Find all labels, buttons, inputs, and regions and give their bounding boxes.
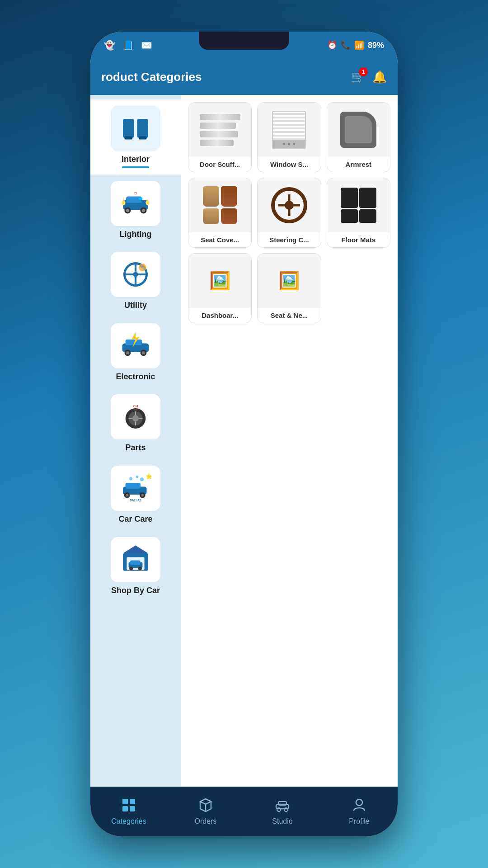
- parts-icon: CH ive: [120, 401, 151, 433]
- nav-orders-label: Orders: [195, 817, 217, 826]
- image-placeholder-icon-2: 🖼️: [278, 271, 300, 291]
- facebook-icon: 📘: [122, 40, 134, 51]
- svg-point-48: [140, 477, 144, 481]
- cart-button[interactable]: 🛒 1: [351, 70, 365, 84]
- sidebar-label-shopbycar: Shop By Car: [111, 586, 160, 596]
- svg-marker-52: [123, 545, 148, 553]
- interior-icon: [120, 113, 151, 144]
- svg-text:🔧: 🔧: [140, 264, 145, 270]
- svg-point-44: [126, 494, 128, 497]
- bottom-nav: Categories Orders: [90, 787, 398, 836]
- svg-rect-5: [139, 137, 147, 140]
- svg-line-65: [200, 802, 206, 804]
- svg-rect-4: [125, 137, 133, 140]
- svg-marker-63: [200, 799, 211, 804]
- category-floor-mats[interactable]: Floor Mats: [327, 178, 390, 248]
- category-steering[interactable]: Steering C...: [257, 178, 321, 248]
- door-scuff-label: Door Scuff...: [197, 157, 243, 172]
- lighting-icon: D: [120, 188, 151, 219]
- snapchat-icon: 👻: [104, 40, 115, 51]
- sidebar-item-interior[interactable]: Interior: [90, 99, 181, 175]
- sidebar-label-carcare: Car Care: [118, 514, 152, 524]
- svg-text:⭐: ⭐: [145, 473, 151, 480]
- svg-point-57: [138, 566, 142, 570]
- alarm-icon: ⏰: [327, 40, 337, 50]
- phone-icon: 📞: [341, 40, 351, 50]
- gmail-icon: ✉️: [141, 40, 152, 51]
- categories-nav-icon: [122, 798, 136, 816]
- steering-label: Steering C...: [267, 232, 312, 247]
- svg-point-28: [126, 351, 129, 354]
- sidebar-item-parts[interactable]: CH ive Parts: [90, 388, 181, 459]
- category-window-shade[interactable]: Window S...: [257, 102, 321, 172]
- svg-rect-60: [122, 806, 128, 811]
- nav-orders[interactable]: Orders: [167, 798, 244, 826]
- svg-rect-59: [130, 799, 135, 804]
- svg-rect-55: [130, 560, 140, 565]
- seat-neck-label: Seat & Ne...: [268, 308, 311, 323]
- orders-nav-icon: [198, 798, 213, 816]
- floor-mats-image: [327, 178, 390, 232]
- door-scuff-image: [188, 103, 251, 157]
- sidebar-label-parts: Parts: [125, 443, 145, 453]
- sidebar-item-carcare[interactable]: ⭐ DALLAS Car Care: [90, 459, 181, 531]
- main-content: Interior: [90, 95, 398, 787]
- page-title: roduct Categories: [101, 70, 202, 84]
- cart-badge: 1: [359, 67, 368, 76]
- svg-rect-14: [139, 198, 142, 199]
- category-armrest[interactable]: Armrest: [327, 102, 390, 172]
- svg-text:DALLAS: DALLAS: [130, 499, 141, 502]
- svg-point-71: [356, 799, 362, 806]
- category-seat-cover[interactable]: Seat Cove...: [188, 178, 252, 248]
- svg-point-11: [142, 208, 145, 212]
- svg-point-29: [142, 351, 145, 354]
- category-seat-neck[interactable]: 🖼️ Seat & Ne...: [257, 253, 321, 323]
- sidebar-label-electronic: Electronic: [116, 372, 155, 382]
- floor-mats-label: Floor Mats: [338, 232, 378, 247]
- window-shade-image: [258, 103, 320, 157]
- svg-point-13: [122, 200, 125, 205]
- phone-notch: [199, 32, 289, 50]
- sidebar-item-utility[interactable]: 🔧 Utility: [90, 245, 181, 317]
- svg-rect-3: [137, 119, 149, 126]
- dashboard-image: 🖼️: [188, 254, 251, 308]
- nav-profile-label: Profile: [349, 817, 369, 826]
- app-header: roduct Categories 🛒 1 🔔: [90, 59, 398, 95]
- active-indicator: [122, 166, 149, 168]
- category-door-scuff[interactable]: Door Scuff...: [188, 102, 252, 172]
- sidebar-item-electronic[interactable]: Electronic: [90, 317, 181, 388]
- dashboard-label: Dashboar...: [199, 308, 241, 323]
- sidebar-item-shopbycar[interactable]: Shop By Car: [90, 531, 181, 602]
- svg-point-56: [129, 566, 133, 570]
- seat-cover-label: Seat Cove...: [198, 232, 242, 247]
- utility-icon: 🔧: [120, 259, 151, 290]
- electronic-icon: [120, 330, 151, 362]
- svg-point-12: [145, 200, 149, 205]
- wifi-icon: 📶: [354, 40, 364, 50]
- svg-line-66: [206, 802, 211, 804]
- armrest-label: Armrest: [343, 157, 375, 172]
- svg-point-17: [133, 272, 138, 277]
- seat-neck-image: 🖼️: [258, 254, 320, 308]
- svg-rect-58: [122, 799, 128, 804]
- category-dashboard[interactable]: 🖼️ Dashboar...: [188, 253, 252, 323]
- svg-point-47: [136, 476, 139, 478]
- nav-categories[interactable]: Categories: [90, 798, 167, 826]
- phone-frame: 👻 📘 ✉️ ⏰ 📞 📶 89% roduct Categories 🛒 1 🔔: [90, 32, 398, 836]
- nav-studio[interactable]: Studio: [244, 798, 321, 826]
- svg-point-45: [141, 494, 144, 497]
- svg-text:ive: ive: [134, 408, 137, 411]
- carcare-icon: ⭐ DALLAS: [120, 472, 151, 504]
- svg-rect-41: [126, 483, 141, 489]
- window-shade-label: Window S...: [267, 157, 311, 172]
- steering-image: [258, 178, 320, 232]
- bell-icon[interactable]: 🔔: [372, 70, 387, 84]
- sidebar-label-utility: Utility: [124, 301, 147, 311]
- category-grid: Door Scuff...: [181, 95, 398, 787]
- seat-cover-image: [188, 178, 251, 232]
- sidebar-item-lighting[interactable]: D Lighting: [90, 175, 181, 246]
- nav-profile[interactable]: Profile: [321, 798, 398, 826]
- svg-rect-7: [126, 196, 142, 203]
- svg-point-33: [132, 415, 139, 422]
- sidebar: Interior: [90, 95, 181, 787]
